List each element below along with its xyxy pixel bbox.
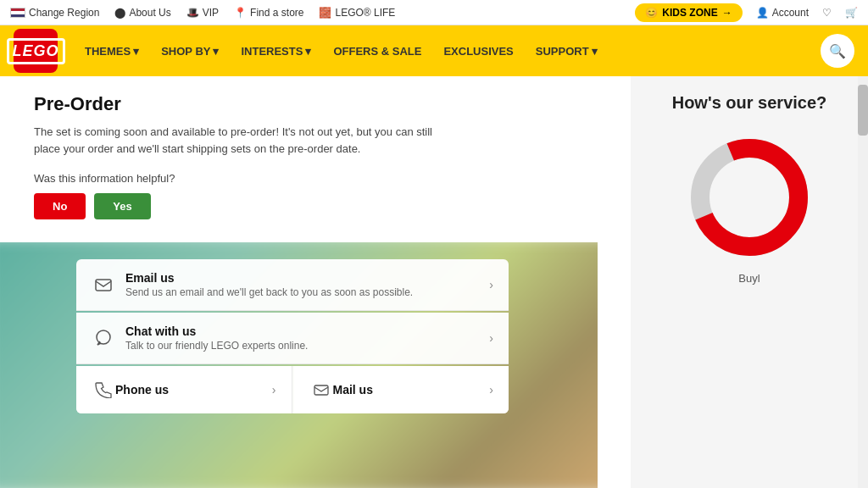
helpful-question: Was this information helpful? <box>34 172 597 185</box>
nav-themes[interactable]: THEMES ▾ <box>75 38 149 64</box>
scrollbar-thumb[interactable] <box>858 85 868 136</box>
main-content: Pre-Order The set is coming soon and ava… <box>0 76 868 488</box>
vip-link[interactable]: 🎩 VIP <box>186 7 219 19</box>
nav-links: THEMES ▾ SHOP BY ▾ INTERESTS ▾ OFFERS & … <box>75 38 821 64</box>
chevron-down-icon: ▾ <box>133 45 139 58</box>
kids-zone-label: KIDS ZONE <box>662 7 717 19</box>
pre-order-title: Pre-Order <box>34 93 597 115</box>
chat-card-text: Chat with us Talk to our friendly LEGO e… <box>115 324 489 352</box>
email-card-subtitle: Send us an email and we'll get back to y… <box>125 286 489 298</box>
nav-exclusives[interactable]: EXCLUSIVES <box>433 38 523 64</box>
svg-rect-2 <box>314 385 328 395</box>
chevron-down-icon: ▾ <box>213 45 219 58</box>
svg-rect-0 <box>96 280 111 291</box>
mail-chevron-icon <box>489 383 493 396</box>
svg-point-1 <box>97 330 110 344</box>
chat-card-subtitle: Talk to our friendly LEGO experts online… <box>125 340 489 352</box>
mail-card-title: Mail us <box>333 383 373 396</box>
email-chevron-icon <box>489 278 493 291</box>
chat-chevron-icon <box>489 331 493 345</box>
kids-zone-button[interactable]: 😊 KIDS ZONE → <box>635 3 742 22</box>
account-link[interactable]: 👤 Account <box>756 7 809 19</box>
vip-icon: 🎩 <box>186 7 199 19</box>
helpful-buttons: No Yes <box>34 193 597 219</box>
phone-card[interactable]: Phone us <box>76 366 292 413</box>
email-card[interactable]: Email us Send us an email and we'll get … <box>76 259 509 311</box>
phone-chevron-icon <box>272 383 276 396</box>
nav-interests[interactable]: INTERESTS ▾ <box>231 38 321 64</box>
chevron-down-icon: ▾ <box>592 45 598 58</box>
chat-card[interactable]: Chat with us Talk to our friendly LEGO e… <box>76 313 509 364</box>
phone-icon <box>92 378 115 402</box>
contact-bottom-row: Phone us Mail us <box>76 366 509 413</box>
account-label: Account <box>772 7 809 19</box>
rating-label: Buyl <box>651 272 848 285</box>
lego-life-icon: 🧱 <box>319 7 331 19</box>
chat-card-title: Chat with us <box>125 324 489 338</box>
lego-logo-text: LEGO <box>7 38 65 64</box>
change-region-label: Change Region <box>29 7 99 19</box>
contact-section: Email us Send us an email and we'll get … <box>0 242 598 488</box>
donut-chart <box>651 130 848 265</box>
cart-icon: 🛒 <box>845 7 858 19</box>
pre-order-section: Pre-Order The set is coming soon and ava… <box>34 93 597 219</box>
no-button[interactable]: No <box>34 193 86 219</box>
wishlist-link[interactable]: ♡ <box>822 7 832 19</box>
mail-card[interactable]: Mail us <box>294 366 509 413</box>
service-title: How's our service? <box>651 93 848 113</box>
heart-icon: ♡ <box>822 7 832 19</box>
about-us-label: About Us <box>129 7 170 19</box>
lego-life[interactable]: 🧱 LEGO® LIFE <box>319 7 395 19</box>
nav-bar: LEGO THEMES ▾ SHOP BY ▾ INTERESTS ▾ OFFE… <box>0 25 868 76</box>
vip-label: VIP <box>203 7 219 19</box>
top-bar-right: 😊 KIDS ZONE → 👤 Account ♡ 🛒 <box>635 3 858 22</box>
top-bar: Change Region ⬤ About Us 🎩 VIP 📍 Find a … <box>0 0 868 25</box>
about-us[interactable]: ⬤ About Us <box>114 7 170 19</box>
nav-offers[interactable]: OFFERS & SALE <box>323 38 431 64</box>
location-icon: 📍 <box>234 7 247 19</box>
find-store-label: Find a store <box>250 7 303 19</box>
nav-support[interactable]: SUPPORT ▾ <box>526 38 608 64</box>
search-icon: 🔍 <box>829 43 846 59</box>
pre-order-description: The set is coming soon and available to … <box>34 124 441 157</box>
about-us-icon: ⬤ <box>114 7 125 19</box>
lego-life-label: LEGO® LIFE <box>335 7 395 19</box>
cart-link[interactable]: 🛒 <box>845 7 858 19</box>
flag-icon <box>10 8 25 18</box>
right-panel: How's our service? Buyl <box>631 76 868 488</box>
chevron-down-icon: ▾ <box>305 45 311 58</box>
email-icon <box>92 273 115 297</box>
find-store[interactable]: 📍 Find a store <box>234 7 303 19</box>
kids-zone-icon: 😊 <box>645 7 658 19</box>
mail-icon <box>309 378 333 402</box>
yes-button[interactable]: Yes <box>94 193 150 219</box>
helpful-section: Was this information helpful? No Yes <box>34 172 597 219</box>
email-card-text: Email us Send us an email and we'll get … <box>115 271 489 298</box>
contact-cards: Email us Send us an email and we'll get … <box>76 259 509 413</box>
chat-icon <box>92 326 115 350</box>
lego-logo[interactable]: LEGO <box>14 29 58 73</box>
account-icon: 👤 <box>756 7 769 19</box>
kids-zone-arrow: → <box>722 7 732 19</box>
change-region[interactable]: Change Region <box>10 7 99 19</box>
phone-card-title: Phone us <box>115 383 169 396</box>
left-content: Pre-Order The set is coming soon and ava… <box>0 76 631 488</box>
search-button[interactable]: 🔍 <box>821 34 854 68</box>
scrollbar[interactable] <box>858 76 868 488</box>
nav-shop-by[interactable]: SHOP BY ▾ <box>151 38 229 64</box>
email-card-title: Email us <box>125 271 489 285</box>
